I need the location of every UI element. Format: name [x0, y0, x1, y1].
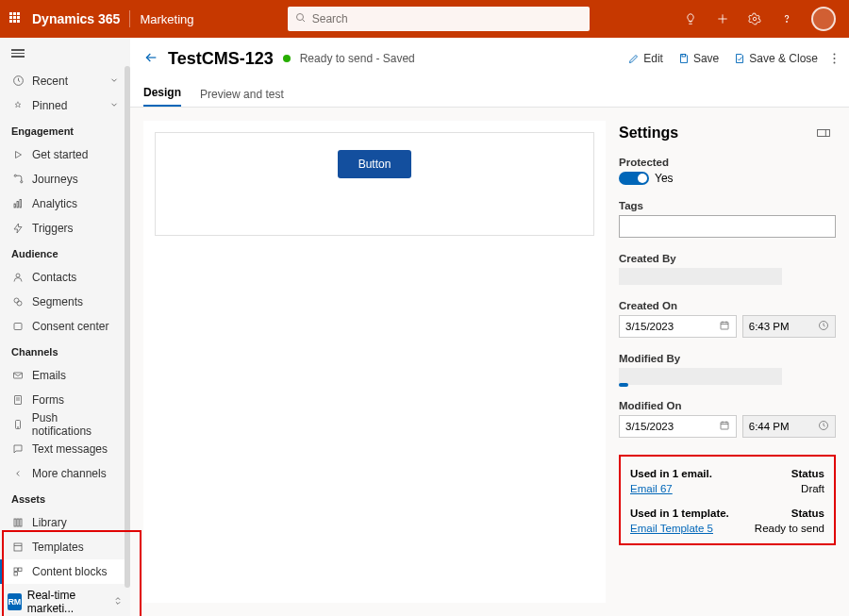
svg-rect-12 [17, 201, 19, 208]
area-switcher[interactable]: RM Real-time marketi... [0, 588, 130, 616]
tab-design[interactable]: Design [143, 86, 181, 107]
modified-on-time[interactable]: 6:44 PM [742, 415, 836, 438]
dep-email-status: Draft [801, 483, 824, 494]
nav-analytics[interactable]: Analytics [0, 191, 130, 216]
person-icon [11, 272, 25, 283]
more-button[interactable] [833, 52, 836, 65]
created-on-row: 3/15/2023 6:43 PM [619, 315, 836, 338]
nav-label: Consent center [32, 320, 108, 333]
clock-icon [11, 75, 25, 87]
page-title: TestCMS-123 [168, 49, 274, 69]
nav-journeys[interactable]: Journeys [0, 167, 130, 191]
gear-icon[interactable] [747, 11, 762, 26]
nav-label: Get started [32, 148, 88, 161]
protected-toggle[interactable] [619, 172, 649, 185]
modified-on-date[interactable]: 3/15/2023 [619, 415, 737, 438]
app-launcher-icon[interactable] [9, 12, 23, 25]
nav-label: Recent [32, 75, 68, 88]
cmd-label: Save & Close [749, 52, 818, 65]
template-icon [11, 541, 25, 553]
svg-rect-19 [14, 373, 23, 378]
svg-point-17 [17, 301, 22, 306]
blocks-icon [11, 566, 25, 577]
search-box[interactable] [288, 7, 590, 31]
back-button[interactable] [143, 50, 158, 68]
nav-recent[interactable]: Recent [0, 69, 130, 93]
library-icon [11, 517, 25, 528]
svg-rect-30 [14, 568, 18, 572]
nav-label: Text messages [32, 442, 108, 456]
chevron-down-icon [109, 99, 119, 112]
nav-text[interactable]: Text messages [0, 437, 130, 461]
nav-group-audience: Audience [0, 241, 130, 265]
svg-line-1 [302, 19, 305, 22]
nav-templates[interactable]: Templates [0, 535, 130, 559]
nav-emails[interactable]: Emails [0, 363, 130, 388]
nav-forms[interactable]: Forms [0, 388, 130, 412]
nav-label: Emails [32, 369, 66, 382]
avatar[interactable] [811, 7, 836, 31]
lightbulb-icon[interactable] [683, 11, 698, 26]
brand-name: Dynamics 365 [32, 11, 120, 26]
header-actions [683, 7, 836, 31]
dep-email-link[interactable]: Email 67 [630, 483, 673, 494]
modified-on-row: 3/15/2023 6:44 PM [619, 415, 836, 438]
dep-template-link[interactable]: Email Template 5 [630, 523, 713, 534]
clock-icon [818, 420, 829, 433]
svg-rect-31 [19, 568, 23, 572]
svg-point-4 [753, 17, 757, 21]
nav-more-channels[interactable]: More channels [0, 461, 130, 486]
nav-push[interactable]: Push notifications [0, 412, 130, 437]
nav-consent[interactable]: Consent center [0, 314, 130, 339]
save-close-button[interactable]: Save & Close [734, 52, 818, 65]
protected-label: Protected [619, 157, 836, 168]
created-by-value [619, 268, 782, 285]
collapse-panel-icon[interactable] [817, 125, 830, 142]
svg-rect-18 [14, 323, 22, 329]
tab-preview[interactable]: Preview and test [200, 88, 284, 107]
svg-rect-27 [20, 519, 22, 526]
edit-icon [628, 53, 640, 64]
svg-rect-32 [14, 572, 18, 575]
main: TestCMS-123 Ready to send - Saved Edit S… [130, 38, 849, 616]
nav-library[interactable]: Library [0, 510, 130, 535]
cmd-label: Save [693, 52, 719, 65]
sidebar-toggle[interactable] [0, 38, 130, 69]
plus-icon[interactable] [715, 11, 730, 26]
nav-contacts[interactable]: Contacts [0, 265, 130, 290]
nav-content-blocks[interactable]: Content blocks [0, 559, 130, 584]
created-on-date[interactable]: 3/15/2023 [619, 315, 737, 338]
area-badge: RM [8, 593, 22, 610]
nav-label: Content blocks [32, 565, 107, 578]
tags-input[interactable] [619, 215, 836, 238]
svg-point-36 [834, 58, 836, 59]
search-input[interactable] [312, 12, 582, 25]
protected-value: Yes [655, 172, 674, 185]
nav-label: More channels [32, 467, 107, 480]
created-on-time[interactable]: 6:43 PM [742, 315, 836, 338]
settings-panel: Settings Protected Yes Tags Created By C… [619, 121, 836, 603]
nav-get-started[interactable]: Get started [0, 142, 130, 167]
phone-icon [11, 419, 25, 430]
clock-icon [818, 320, 829, 333]
nav-pinned[interactable]: Pinned [0, 93, 130, 118]
nav-label: Forms [32, 393, 64, 407]
nav-segments[interactable]: Segments [0, 290, 130, 314]
canvas-frame[interactable]: Button [155, 132, 594, 236]
help-icon[interactable] [779, 11, 794, 26]
nav-triggers[interactable]: Triggers [0, 216, 130, 241]
canvas-button-element[interactable]: Button [338, 150, 412, 178]
save-button[interactable]: Save [678, 52, 719, 65]
sidebar: Recent Pinned Engagement Get started Jou… [0, 38, 130, 616]
svg-rect-11 [14, 204, 16, 208]
segments-icon [11, 296, 25, 308]
scrollbar[interactable] [125, 66, 130, 588]
modified-on-label: Modified On [619, 400, 836, 411]
edit-button[interactable]: Edit [628, 52, 663, 65]
dep-status-head: Status [791, 468, 824, 479]
settings-title: Settings [619, 125, 678, 142]
nav-label: Journeys [32, 173, 78, 186]
svg-rect-26 [17, 519, 19, 526]
svg-point-24 [17, 426, 18, 427]
divider [129, 10, 130, 27]
